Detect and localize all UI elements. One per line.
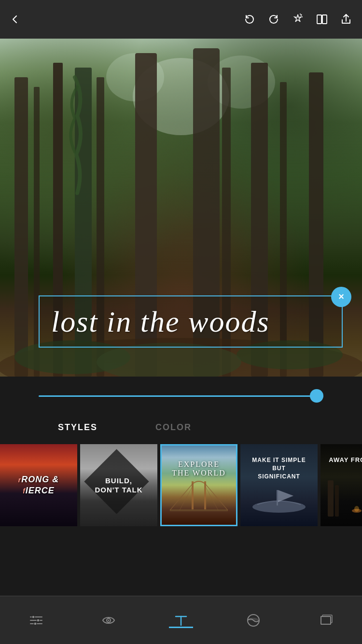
style-slider-thumb[interactable]	[310, 389, 323, 403]
svg-line-28	[170, 484, 193, 510]
svg-line-30	[180, 486, 193, 510]
layers-icon	[318, 613, 334, 628]
mask-icon	[246, 613, 261, 628]
svg-rect-33	[277, 490, 278, 505]
svg-rect-25	[192, 481, 194, 510]
canvas-area[interactable]: Lost in the woods ×	[0, 39, 362, 377]
svg-rect-4	[322, 15, 327, 24]
compare-button[interactable]	[316, 13, 328, 26]
thumb-label-4: MAKE IT SIMPLE BUTSIGNIFICANT	[245, 454, 313, 483]
svg-point-43	[34, 622, 37, 625]
slider-area	[0, 377, 362, 415]
text-overlay-box[interactable]: Lost in the woods ×	[39, 295, 343, 348]
svg-point-41	[32, 616, 35, 618]
svg-rect-35	[335, 485, 339, 517]
close-text-button[interactable]: ×	[331, 287, 351, 307]
style-slider-track[interactable]	[39, 395, 323, 397]
style-thumb-make-simple[interactable]: MAKE IT SIMPLE BUTSIGNIFICANT	[240, 444, 318, 526]
svg-point-2	[300, 14, 301, 14]
style-thumb-away-from[interactable]: AWAY FROM TH...	[320, 444, 362, 526]
nav-item-text[interactable]	[173, 613, 189, 628]
top-toolbar	[0, 0, 362, 39]
thumb-label-3: EXPLORETHE WORLD	[169, 458, 228, 480]
eye-icon	[101, 613, 116, 628]
svg-rect-26	[204, 481, 206, 510]
overlay-text: Lost in the woods	[51, 305, 330, 338]
svg-rect-10	[14, 77, 28, 377]
nav-item-eye[interactable]	[101, 613, 116, 628]
nav-item-sliders[interactable]	[28, 613, 44, 628]
thumb-label-2: BUILD,DON'T TALK	[92, 474, 145, 497]
nav-item-mask[interactable]	[246, 613, 261, 628]
bottom-nav	[0, 596, 362, 644]
svg-point-0	[301, 14, 302, 16]
tabs-row: STYLES COLOR	[0, 415, 362, 439]
share-button[interactable]	[340, 13, 352, 26]
style-thumb-strong-fierce[interactable]: rRONG &fIERCE	[0, 444, 77, 526]
style-thumb-explore-world[interactable]: EXPLORETHE WORLD	[160, 444, 237, 526]
magic-button[interactable]	[292, 13, 304, 26]
nav-item-layers[interactable]	[318, 613, 334, 628]
svg-rect-3	[317, 15, 321, 24]
nav-active-indicator	[169, 627, 193, 628]
svg-point-1	[302, 16, 303, 17]
svg-line-31	[205, 486, 218, 510]
styles-row: rRONG &fIERCE BUILD,DON'T TALK EXP	[0, 439, 362, 531]
svg-rect-34	[328, 480, 334, 517]
sliders-icon	[28, 613, 44, 628]
tab-color[interactable]: COLOR	[155, 422, 192, 433]
redo-button[interactable]	[267, 13, 280, 26]
svg-point-42	[37, 619, 40, 622]
svg-rect-49	[321, 616, 331, 624]
svg-line-29	[205, 484, 228, 510]
thumb-label-5: AWAY FROM TH...	[323, 454, 362, 466]
svg-point-32	[252, 501, 306, 513]
text-icon	[173, 613, 189, 628]
tab-styles[interactable]: STYLES	[58, 422, 97, 433]
undo-button[interactable]	[243, 13, 256, 26]
style-thumb-build-dont-talk[interactable]: BUILD,DON'T TALK	[80, 444, 157, 526]
svg-point-37	[354, 506, 359, 512]
svg-point-45	[108, 619, 110, 621]
thumb-label-1: rRONG &fIERCE	[16, 472, 61, 499]
back-button[interactable]	[10, 14, 20, 25]
